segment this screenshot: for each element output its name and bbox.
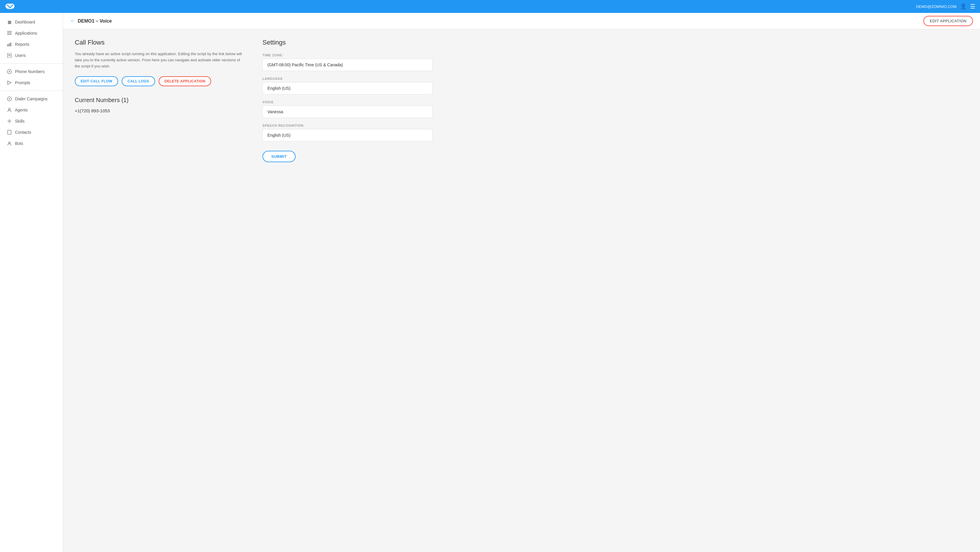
sidebar-item-phone-numbers[interactable]: Phone Numbers [0,66,63,77]
breadcrumb-area: ← DEMO1 – Voice [70,18,112,24]
dialer-campaigns-icon [7,96,12,102]
language-label: LANGUAGE [262,77,433,80]
main-content: ← DEMO1 – Voice EDIT APPLICATION Call Fl… [63,13,980,552]
speech-recognition-value: English (US) [262,129,433,142]
dashboard-icon: ▦ [7,19,12,25]
users-icon [7,53,12,58]
svg-marker-11 [8,81,11,84]
sidebar-item-label: Dashboard [15,20,35,24]
nav-divider-2 [0,91,63,91]
sidebar-label-dialer-campaigns: Dialer Campaigns [15,97,48,101]
sidebar-label-contacts: Contacts [15,130,31,135]
skills-icon [7,118,12,124]
sidebar-item-agents[interactable]: Agents [0,104,63,116]
voice-field-group: VOICE Vanessa [262,100,433,118]
phone-number: +1(720) 893-1053 [75,108,245,113]
sidebar-item-prompts[interactable]: Prompts [0,77,63,88]
sidebar-item-skills[interactable]: Skills [0,116,63,127]
applications-icon [7,30,12,36]
sidebar-label-reports: Reports [15,42,29,47]
sidebar-label-phone-numbers: Phone Numbers [15,69,45,74]
time-zone-label: TIME ZONE: [262,53,433,57]
speech-recognition-label: SPEECH RECOGNITION [262,124,433,127]
call-flows-section: Call Flows You already have an active sc… [75,39,245,542]
sidebar-label-applications: Applications [15,31,37,35]
submit-button[interactable]: SUBMIT [262,151,296,162]
call-flows-title: Call Flows [75,39,245,46]
svg-rect-0 [7,31,12,32]
settings-title: Settings [262,39,433,46]
svg-point-10 [9,71,10,72]
phone-numbers-icon [7,69,12,74]
sidebar-item-reports[interactable]: Reports [0,39,63,50]
settings-section: Settings TIME ZONE: (GMT-08:00) Pacific … [262,39,433,542]
time-zone-field-group: TIME ZONE: (GMT-08:00) Pacific Time (US … [262,53,433,71]
reports-icon [7,41,12,47]
svg-rect-7 [8,54,10,55]
language-field-group: LANGUAGE English (US) [262,77,433,94]
sidebar-item-dashboard[interactable]: ▦ Dashboard [0,16,63,27]
sidebar-label-bots: Bots [15,141,23,146]
sidebar-label-prompts: Prompts [15,80,30,85]
prompts-icon [7,80,12,85]
agents-icon [7,107,12,113]
user-profile-button[interactable]: 👤 [960,3,967,10]
voice-label: VOICE [262,100,433,104]
logo-area [5,2,15,11]
edit-call-flow-button[interactable]: EDIT CALL FLOW [75,76,118,86]
svg-rect-1 [7,33,12,33]
user-email: DEMO@ZOMNIO.COM [916,5,956,9]
sidebar-item-dialer-campaigns[interactable]: Dialer Campaigns [0,93,63,104]
top-header: DEMO@ZOMNIO.COM 👤 ☰ [0,0,980,13]
call-flows-description: You already have an active script runnin… [75,51,245,69]
sidebar-item-bots[interactable]: Bots [0,138,63,149]
svg-point-15 [8,120,10,122]
svg-rect-4 [9,43,10,46]
svg-point-14 [8,108,10,110]
voice-value: Vanessa [262,106,433,118]
svg-rect-8 [8,56,10,56]
sidebar-item-users[interactable]: Users [0,50,63,61]
app-body: ▦ Dashboard Applications Reports Users [0,13,980,552]
svg-point-13 [9,98,10,99]
sidebar-label-agents: Agents [15,108,28,112]
content-scroll: Call Flows You already have an active sc… [63,29,980,552]
sidebar-item-applications[interactable]: Applications [0,27,63,39]
bots-icon [7,141,12,146]
sidebar-label-users: Users [15,53,26,58]
contacts-icon [7,130,12,135]
header-right: DEMO@ZOMNIO.COM 👤 ☰ [916,3,975,10]
action-buttons: EDIT CALL FLOW CALL LOGS DELETE APPLICAT… [75,76,245,86]
back-button[interactable]: ← [70,18,75,24]
sidebar: ▦ Dashboard Applications Reports Users [0,13,63,552]
call-logs-button[interactable]: CALL LOGS [122,76,155,86]
speech-recognition-field-group: SPEECH RECOGNITION English (US) [262,124,433,142]
time-zone-value: (GMT-08:00) Pacific Time (US & Canada) [262,59,433,71]
language-value: English (US) [262,82,433,94]
logo-icon [5,2,15,11]
edit-application-button[interactable]: EDIT APPLICATION [923,16,973,26]
svg-rect-3 [7,44,8,46]
sidebar-item-contacts[interactable]: Contacts [0,127,63,138]
svg-rect-5 [10,43,11,46]
current-numbers-title: Current Numbers (1) [75,97,245,103]
svg-rect-2 [7,34,12,35]
sidebar-label-skills: Skills [15,119,25,124]
svg-point-17 [8,142,10,144]
page-title: DEMO1 – Voice [78,19,112,24]
svg-rect-16 [8,130,11,134]
content-header: ← DEMO1 – Voice EDIT APPLICATION [63,13,980,29]
delete-application-button[interactable]: DELETE APPLICATION [159,76,212,86]
hamburger-menu-button[interactable]: ☰ [970,3,975,10]
